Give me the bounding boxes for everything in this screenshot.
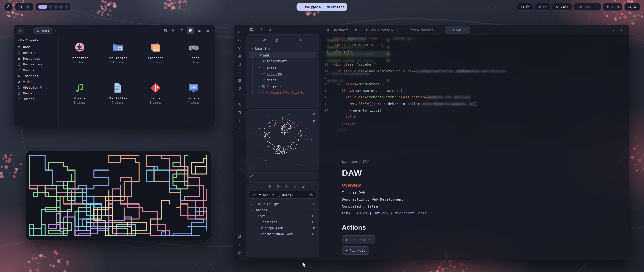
git-row-staged-changes[interactable]: ▾Staged Changes−0 [249,201,316,207]
workspace-2[interactable] [49,5,52,9]
power-button[interactable] [18,4,23,9]
sidebar-item-obsidian-v[interactable]: Obsidian V... [17,85,56,90]
link-outlook[interactable]: Outlook [374,211,388,215]
sidebar-item-home[interactable]: Home [17,44,56,50]
git-commit-button[interactable]: ✓ [259,184,264,189]
tree-item-lectures[interactable]: ▸Lectures [249,71,316,77]
weather-module[interactable]: 24°C [552,3,572,11]
sidebar-section-header[interactable]: ▾ My Computer [17,39,56,42]
forward-button[interactable]: › [25,27,31,34]
commit-message-input[interactable] [252,193,308,197]
sort-button[interactable]: ⇅ [286,37,291,43]
sidebar-item-descargas[interactable]: Descargas [17,56,56,61]
undo-action-button[interactable]: ↶ [301,227,305,230]
new-tab-button[interactable]: + [471,27,477,33]
plus-action-button[interactable]: + [311,233,315,236]
tree-item-notes[interactable]: ▸Notes [249,77,316,83]
git-row-learning-daw-exams[interactable]: ▾Learning/DAW/Exams↶+ [249,231,316,237]
git-refresh-button[interactable]: ↻ [309,184,314,189]
ribbon-home-button[interactable] [236,28,243,36]
breadcrumb[interactable]: matt [33,27,52,34]
launcher-button[interactable]: Λ [4,3,13,11]
plus-action-button[interactable]: + [311,221,315,224]
tree-item-daw[interactable]: ▾DAW [249,52,316,58]
ribbon-donate-button[interactable]: $ [236,117,243,124]
screenshot-button[interactable] [161,27,169,34]
sidebar-item-documentos[interactable]: Documentos [17,61,56,67]
grid-view-button[interactable] [187,27,194,34]
graph-canvas[interactable] [246,110,319,171]
folder-imagenes[interactable]: Imagenes10 items [137,41,175,77]
ribbon-search-button[interactable] [236,37,243,44]
pin-button[interactable] [352,27,359,33]
notifications-module[interactable]: 24 [624,3,640,11]
tree-item-learning[interactable]: ▾Learning [249,45,316,52]
undo-action-button[interactable]: ↶ [305,233,309,236]
sidebar-item-videos[interactable]: Videos [17,79,56,85]
folder-juegos[interactable]: Juegos8 items [175,41,213,77]
undo-action-button[interactable]: ↶ [305,221,309,224]
git-push-button[interactable] [284,184,289,189]
ribbon-settings-button[interactable] [236,249,243,256]
ribbon-canvas-button[interactable] [236,53,243,60]
ribbon-terminal-button[interactable]: >_ [236,69,243,76]
tree-item-subjects[interactable]: ▾Subjects [249,83,316,89]
sidebar-item-musica[interactable]: ♫Musica [17,67,56,73]
git-row-graph-json[interactable]: graph.json↶+M [249,225,316,231]
tab-tema-6-pr-cticas[interactable]: Tema 6 Prácticas -... [399,26,441,34]
link-aules[interactable]: Aules [357,211,367,215]
list-view-button[interactable] [195,27,203,34]
sidebar-item-juegos[interactable]: Juegos [17,96,56,102]
tree-item-desarrollo-cliente[interactable]: ▸Desarrollo-Cliente [249,89,316,96]
minus-action-button[interactable]: − [307,202,311,206]
keyboard-layout-module[interactable]: US [535,3,550,11]
git-row-obsidian[interactable]: ▾.obsidian↶+ [249,219,316,225]
folder-descargas[interactable]: Descargas2 items [61,41,99,77]
ribbon-cross-button[interactable]: ✕ [236,125,243,132]
git-change-list-button[interactable] [301,184,306,189]
folder-documentos[interactable]: Documentos14 items [99,41,137,77]
search-button[interactable] [178,27,186,34]
tags-button[interactable] [249,174,254,179]
ribbon-git-button[interactable] [236,45,243,52]
graph-settings-button[interactable] [311,112,316,117]
sidebar-item-imagenes[interactable]: Imagenes [17,73,56,79]
workspace-3[interactable] [54,5,58,9]
tab-dashboard[interactable]: Dashboard [324,26,352,34]
workspace-1[interactable] [38,5,47,9]
split-pane-button[interactable] [620,27,626,33]
tree-item-exams[interactable]: ▸Exams [249,64,316,71]
clock-module[interactable]: 18:08:28 [574,3,601,11]
ribbon-calendar-button[interactable] [236,61,243,68]
tab-asp-practice-6[interactable]: ASP Practice 6 [362,26,396,34]
ribbon-help-button[interactable]: ? [236,241,243,248]
git-unstage-all-button[interactable] [276,184,281,189]
undo-action-button[interactable]: ↶ [305,215,309,218]
notes-button[interactable] [25,4,30,9]
tab-list-button[interactable]: ∨ [610,27,617,33]
folder-videos[interactable]: Videos4 items [175,81,213,118]
collapse-all-button[interactable] [298,37,303,43]
ribbon-camera-button[interactable] [236,101,243,108]
back-button[interactable]: ‹ [17,27,24,34]
tab-daw[interactable]: DAW✕ [445,26,470,34]
folder-musica[interactable]: Musica6 items [61,81,99,118]
menu-button[interactable] [204,27,212,34]
clear-message-button[interactable] [310,193,313,197]
graph-magnet-button[interactable] [311,119,316,124]
graph-view-panel[interactable] [246,109,319,171]
dock-files-tab[interactable] [249,26,255,32]
undo-action-button[interactable]: ↶ [301,209,305,212]
ribbon-vault-switcher-button[interactable] [236,233,243,240]
folder-repos[interactable]: Repos6 items [137,81,175,118]
plus-action-button[interactable]: + [307,227,311,230]
now-playing-widget[interactable]: ♫ Polyphia - Neurotica [297,3,347,11]
git-row-root[interactable]: ▾root↶+ [249,213,316,219]
close-tab-button[interactable]: ✕ [464,28,467,32]
add-lecture-button[interactable]: + Add Lecture [342,235,375,244]
plus-action-button[interactable]: + [307,209,311,212]
sidebar-item-repos[interactable]: Repos [17,90,56,96]
dock-search-tab[interactable] [258,26,264,32]
plus-action-button[interactable]: + [311,215,315,218]
ribbon-kanban-button[interactable] [236,85,243,92]
